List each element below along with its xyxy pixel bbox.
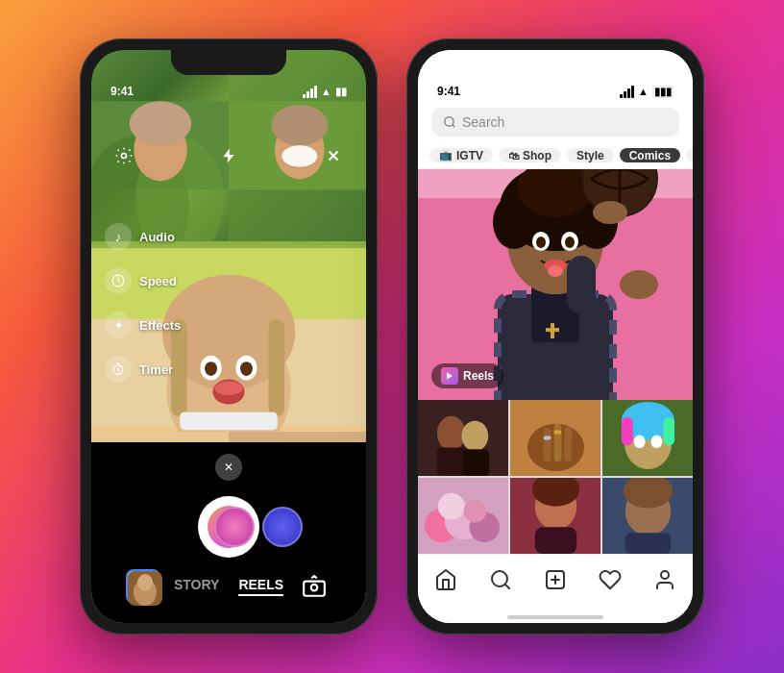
- svg-rect-75: [554, 424, 562, 462]
- svg-point-91: [463, 500, 486, 523]
- right-phone: 9:41 ▲ ▮▮▮: [406, 38, 704, 635]
- svg-point-90: [438, 493, 465, 520]
- svg-point-18: [240, 361, 253, 376]
- camera-cell-mid: [91, 241, 366, 433]
- tab-comics[interactable]: Comics: [620, 148, 680, 162]
- right-status-icons: ▲ ▮▮▮: [620, 86, 674, 98]
- left-phone: 9:41 ▲ ▮▮: [80, 38, 378, 635]
- svg-point-64: [593, 201, 627, 224]
- svg-point-29: [257, 472, 337, 529]
- svg-rect-49: [546, 328, 559, 332]
- right-notch: [498, 50, 613, 75]
- tab-shop[interactable]: 🛍 Shop: [499, 148, 561, 162]
- svg-line-101: [504, 585, 508, 588]
- reels-badge: Reels: [431, 363, 503, 388]
- reels-badge-label: Reels: [463, 369, 494, 383]
- bottom-nav: [418, 554, 693, 611]
- left-phone-screen: 9:41 ▲ ▮▮: [91, 50, 366, 623]
- svg-point-26: [169, 526, 184, 543]
- main-explore-image: Reels: [418, 169, 693, 400]
- right-signal-icon: [620, 86, 634, 98]
- igtv-label: IGTV: [456, 149, 483, 162]
- shop-label: Shop: [523, 149, 551, 162]
- svg-point-7: [271, 105, 328, 145]
- thumb-1[interactable]: [418, 400, 508, 476]
- svg-point-69: [462, 421, 489, 452]
- svg-point-20: [214, 381, 243, 395]
- home-nav-button[interactable]: [430, 564, 461, 595]
- shop-icon: 🛍: [508, 150, 519, 162]
- igtv-icon: 📺: [439, 149, 453, 162]
- svg-rect-21: [180, 411, 277, 429]
- add-nav-button[interactable]: [540, 564, 571, 595]
- svg-rect-74: [544, 429, 551, 462]
- category-tabs: 📺 IGTV 🛍 Shop Style Comics TV & Movies: [418, 142, 693, 169]
- thumb-3[interactable]: [602, 400, 693, 476]
- search-bar[interactable]: Search: [431, 108, 679, 137]
- svg-rect-95: [535, 528, 576, 555]
- camera-cell-br: [229, 432, 366, 623]
- profile-nav-button[interactable]: [649, 564, 680, 595]
- right-screen-wrapper: 9:41 ▲ ▮▮▮: [418, 50, 693, 623]
- thumb-6[interactable]: [602, 478, 693, 554]
- tab-style[interactable]: Style: [567, 148, 614, 162]
- camera-cell-tr: [229, 50, 366, 241]
- thumbnail-grid: [418, 400, 693, 554]
- svg-rect-99: [625, 534, 671, 555]
- svg-point-25: [137, 526, 152, 543]
- right-time: 9:41: [437, 85, 460, 98]
- home-indicator: [418, 611, 693, 623]
- svg-point-105: [661, 571, 669, 579]
- svg-point-60: [548, 265, 563, 277]
- right-wifi-icon: ▲: [638, 86, 649, 97]
- svg-point-41: [445, 117, 453, 126]
- thumb-5[interactable]: [510, 478, 600, 554]
- reels-badge-icon: [441, 367, 458, 385]
- camera-cell-tl: [91, 50, 229, 241]
- svg-point-66: [620, 270, 658, 299]
- svg-point-24: [118, 465, 204, 528]
- svg-point-57: [536, 237, 546, 248]
- svg-line-42: [453, 125, 455, 128]
- heart-nav-button[interactable]: [595, 564, 625, 595]
- search-placeholder: Search: [462, 114, 504, 130]
- svg-rect-13: [171, 319, 187, 416]
- comics-label: Comics: [629, 149, 671, 162]
- search-icon: [443, 115, 456, 129]
- svg-point-8: [282, 145, 317, 166]
- svg-rect-70: [437, 448, 466, 477]
- svg-rect-78: [544, 436, 551, 440]
- home-bar: [507, 615, 603, 619]
- tab-tv-movies[interactable]: TV & Movies: [686, 148, 693, 162]
- notch: [171, 50, 286, 75]
- right-battery-icon: ▮▮▮: [652, 86, 674, 98]
- svg-point-85: [650, 436, 662, 449]
- camera-cell-bl: [91, 432, 229, 623]
- svg-point-17: [205, 361, 217, 376]
- style-label: Style: [576, 149, 604, 162]
- camera-bg: [91, 50, 366, 623]
- thumb-2[interactable]: [510, 400, 600, 476]
- svg-rect-71: [463, 450, 490, 477]
- svg-rect-82: [622, 417, 633, 446]
- search-bar-container: Search: [418, 102, 693, 142]
- tab-igtv[interactable]: 📺 IGTV: [429, 148, 493, 162]
- svg-rect-83: [663, 417, 674, 446]
- svg-point-58: [565, 237, 575, 248]
- svg-point-68: [437, 416, 466, 451]
- svg-point-84: [634, 436, 646, 449]
- svg-rect-65: [567, 256, 596, 313]
- svg-rect-14: [269, 319, 285, 416]
- svg-point-4: [130, 101, 192, 145]
- svg-rect-76: [564, 427, 572, 462]
- search-nav-button[interactable]: [485, 564, 516, 595]
- thumb-4[interactable]: [418, 478, 508, 554]
- svg-rect-77: [554, 431, 562, 435]
- right-phone-screen: 9:41 ▲ ▮▮▮: [418, 50, 693, 623]
